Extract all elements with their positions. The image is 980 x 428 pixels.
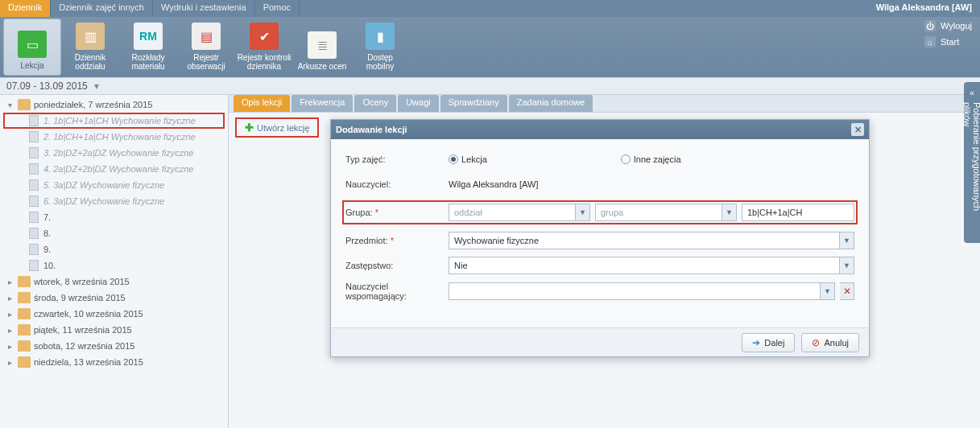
ribbon-label: Dostęp mobilny [353, 53, 407, 71]
start-link[interactable]: ⌂ Start [924, 36, 972, 47]
inner-tabs: Opis lekcji Frekwencja Oceny Uwagi Spraw… [229, 95, 980, 113]
next-button[interactable]: ➔ Dalej [742, 333, 795, 352]
label-przedmiot: Przedmiot: * [345, 236, 449, 245]
tab-zadania[interactable]: Zadania domowe [509, 95, 593, 112]
ribbon-label: Rejestr obserwacji [179, 53, 234, 71]
menu-tab-inne[interactable]: Dziennik zajęć innych [51, 0, 153, 17]
label-wspomagajacy: Nauczyciel wspomagający: [345, 282, 449, 301]
ribbon-mobilny[interactable]: ▮ Dostęp mobilny [351, 19, 409, 76]
expand-icon[interactable]: ▸ [5, 294, 14, 302]
doc-icon [29, 212, 39, 223]
button-label: Anuluj [824, 338, 849, 348]
tree-day-label: wtorek, 8 września 2015 [34, 277, 130, 286]
tree-lesson-6[interactable]: 6. 3a|DZ Wychowanie fizyczne [0, 193, 228, 209]
cancel-button[interactable]: ⊘ Anuluj [801, 333, 859, 352]
clear-button[interactable]: ✕ [840, 282, 854, 300]
tree-day-thu[interactable]: ▸czwartek, 10 września 2015 [0, 306, 228, 322]
plus-icon: ✚ [245, 121, 254, 134]
tree-lesson-label: 4. 2a|DZ+2b|DZ Wychowanie fizyczne [43, 164, 193, 174]
label-typ: Typ zajęć: [345, 154, 449, 164]
folder-icon [18, 308, 31, 319]
tree-day-tue[interactable]: ▸wtorek, 8 września 2015 [0, 274, 228, 290]
cancel-icon: ⊘ [812, 337, 820, 348]
tab-opis[interactable]: Opis lekcji [234, 95, 290, 112]
menu-tab-dziennik[interactable]: Dziennik [0, 0, 51, 17]
tree-day-sat[interactable]: ▸sobota, 12 września 2015 [0, 338, 228, 354]
chevron-down-icon[interactable]: ▼ [722, 204, 736, 220]
dialog-title: Dodawanie lekcji [336, 125, 851, 134]
radio-unselected-icon [621, 154, 631, 164]
tree-lesson-4[interactable]: 4. 2a|DZ+2b|DZ Wychowanie fizyczne [0, 161, 228, 177]
tab-oceny[interactable]: Oceny [354, 95, 396, 112]
download-files-tab[interactable]: « Pobieranie przygotowanych plików [964, 82, 980, 243]
combo-zastepstwo[interactable]: Nie ▼ [449, 257, 854, 274]
doc-icon [29, 163, 39, 175]
tree-lesson-3[interactable]: 3. 2b|DZ+2a|DZ Wychowanie fizyczne [0, 145, 228, 161]
grupa-text-input[interactable]: 1b|CH+1a|CH [742, 204, 854, 221]
date-range-bar: 07.09 - 13.09 2015 ▾ [0, 77, 980, 95]
label-nauczyciel: Nauczyciel: [345, 179, 449, 189]
combo-oddzial[interactable]: oddział ▼ [449, 204, 590, 221]
tree-lesson-10[interactable]: 10. [0, 257, 228, 274]
date-dropdown-icon[interactable]: ▾ [91, 80, 102, 92]
ribbon-rozklady[interactable]: RM Rozkłady materiału [119, 19, 177, 76]
tree-day-label: czwartek, 10 września 2015 [34, 309, 143, 319]
radio-inne[interactable]: Inne zajęcia [621, 154, 681, 164]
menu-tab-wydruki[interactable]: Wydruki i zestawienia [153, 0, 255, 17]
tree-lesson-1[interactable]: 1. 1b|CH+1a|CH Wychowanie fizyczne [3, 113, 225, 129]
tree-day-mon[interactable]: ▾ poniedziałek, 7 września 2015 [0, 97, 228, 113]
tab-sprawdziany[interactable]: Sprawdziany [440, 95, 507, 112]
tree-day-fri[interactable]: ▸piątek, 11 września 2015 [0, 322, 228, 338]
tree-lesson-7[interactable]: 7. [0, 209, 228, 225]
expand-icon[interactable]: ▸ [5, 326, 14, 335]
ribbon-lekcja[interactable]: ▭ Lekcja [3, 19, 61, 76]
radio-label: Lekcja [461, 154, 487, 164]
book-icon: ▥ [76, 23, 105, 50]
expand-icon[interactable]: ▸ [5, 278, 14, 286]
logout-link[interactable]: ⏻ Wyloguj [924, 20, 972, 31]
chevron-down-icon[interactable]: ▼ [575, 204, 589, 220]
chevron-down-icon[interactable]: ▼ [839, 233, 854, 249]
expand-icon[interactable]: ▸ [5, 310, 14, 319]
chevron-down-icon[interactable]: ▼ [839, 257, 854, 274]
ribbon: ▭ Lekcja ▥ Dziennik oddziału RM Rozkłady… [0, 17, 980, 77]
folder-icon [18, 356, 31, 368]
combo-grupa[interactable]: grupa ▼ [595, 204, 737, 221]
button-label: Dalej [764, 338, 784, 348]
ribbon-label: Lekcja [21, 61, 44, 70]
radio-lekcja[interactable]: Lekcja [449, 154, 487, 164]
tab-frekwencja[interactable]: Frekwencja [292, 95, 353, 112]
tree-lesson-2[interactable]: 2. 1b|CH+1a|CH Wychowanie fizyczne [0, 129, 228, 145]
close-button[interactable]: ✕ [851, 123, 864, 136]
combo-value: Wychowanie fizyczne [449, 236, 839, 245]
user-name: Wilga Aleksandra [AW] [868, 0, 980, 17]
shield-check-icon: ✔ [250, 23, 279, 50]
ribbon-label: Arkusze ocen [298, 62, 347, 71]
expand-icon[interactable]: ▸ [5, 342, 14, 351]
ribbon-label: Rozkłady materiału [121, 53, 176, 71]
tree-day-label: środa, 9 września 2015 [34, 293, 126, 302]
teacher-value: Wilga Aleksandra [AW] [449, 179, 538, 189]
combo-przedmiot[interactable]: Wychowanie fizyczne ▼ [449, 232, 854, 249]
menu-tab-pomoc[interactable]: Pomoc [255, 0, 300, 17]
expand-icon[interactable]: ▸ [5, 358, 14, 367]
ribbon-dziennik-oddzialu[interactable]: ▥ Dziennik oddziału [61, 19, 119, 76]
chevron-down-icon[interactable]: ▼ [820, 283, 834, 299]
rm-icon: RM [134, 23, 163, 50]
tree-lesson-9[interactable]: 9. [0, 241, 228, 257]
tab-uwagi[interactable]: Uwagi [398, 95, 439, 112]
tree-day-sun[interactable]: ▸niedziela, 13 września 2015 [0, 354, 228, 370]
combo-wspomagajacy[interactable]: ▼ [449, 282, 835, 300]
chalkboard-icon: ▭ [18, 31, 47, 58]
create-lesson-button[interactable]: ✚ Utwórz lekcję [235, 117, 319, 138]
tree-lesson-5[interactable]: 5. 3a|DZ Wychowanie fizyczne [0, 177, 228, 193]
tree-lesson-8[interactable]: 8. [0, 225, 228, 241]
collapse-icon[interactable]: ▾ [5, 101, 14, 109]
tree-lesson-label: 5. 3a|DZ Wychowanie fizyczne [43, 180, 164, 190]
ribbon-rejestr-obserwacji[interactable]: ▤ Rejestr obserwacji [177, 19, 235, 76]
ribbon-kontrola[interactable]: ✔ Rejestr kontroli dziennika [235, 19, 293, 76]
tree-day-label: poniedziałek, 7 września 2015 [34, 100, 152, 109]
ribbon-arkusze[interactable]: ≣ Arkusze ocen [293, 19, 351, 76]
home-icon: ⌂ [924, 36, 936, 47]
tree-day-wed[interactable]: ▸środa, 9 września 2015 [0, 290, 228, 306]
